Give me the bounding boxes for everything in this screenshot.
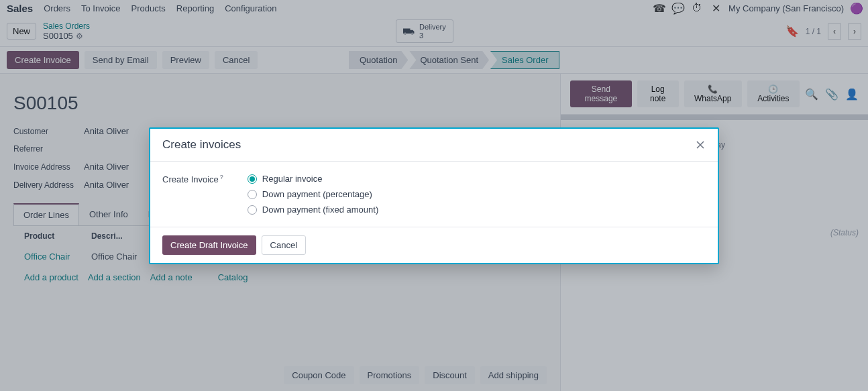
radio-dot-icon: [248, 190, 257, 199]
modal-title: Create invoices: [162, 138, 241, 152]
create-invoice-field-label: Create Invoice?: [162, 174, 223, 215]
radio-dot-icon: [248, 174, 257, 184]
create-draft-invoice-button[interactable]: Create Draft Invoice: [162, 235, 256, 255]
radio-down-payment-percentage[interactable]: Down payment (percentage): [248, 189, 378, 199]
radio-down-payment-fixed[interactable]: Down payment (fixed amount): [248, 205, 378, 215]
modal-cancel-button[interactable]: Cancel: [262, 235, 306, 255]
help-icon[interactable]: ?: [220, 174, 223, 180]
modal-close-button[interactable]: [695, 139, 706, 150]
modal-overlay: Create invoices Create Invoice? Regular …: [0, 0, 868, 391]
radio-pct-label: Down payment (percentage): [262, 189, 372, 199]
radio-regular-label: Regular invoice: [262, 174, 323, 184]
radio-dot-icon: [248, 205, 257, 215]
create-invoices-modal: Create invoices Create Invoice? Regular …: [149, 127, 719, 264]
radio-regular-invoice[interactable]: Regular invoice: [248, 174, 378, 184]
radio-fixed-label: Down payment (fixed amount): [262, 205, 378, 215]
close-icon: [695, 139, 706, 150]
